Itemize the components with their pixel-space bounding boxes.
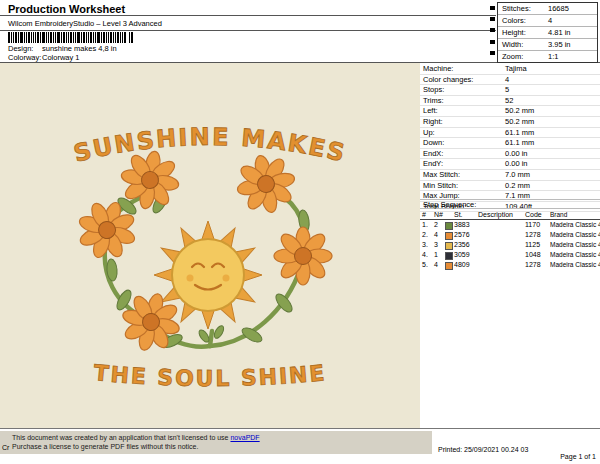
stop-sequence-table: # N# St. Description Code Brand 1. 2 388… [420,210,600,270]
stop-stitches: 3059 [454,250,478,260]
stop-num: 2. [420,230,434,240]
design-bottom-text: THE SOUL SHINE [93,360,328,391]
divider [0,428,600,429]
machine-row: Up:61.1 mm [420,128,600,139]
machine-row-value: 0.00 in [505,149,600,159]
stop-code: 1278 [525,230,550,240]
printed-timestamp: Printed: 25/09/2021 00.24 03 [438,446,528,453]
stat-label: Zoom: [498,51,548,62]
swatch-cell [445,260,454,270]
stop-num: 3. [420,240,434,250]
page-title: Production Worksheet [8,3,125,15]
stat-value: 4 [548,15,552,26]
stats-row: Zoom:1:1 [498,51,597,62]
machine-row-value: 0.00 in [505,159,600,169]
machine-row-label: Right: [420,117,505,127]
stop-code: 1125 [525,240,550,250]
machine-row: EndX:0.00 in [420,149,600,160]
machine-row-label: EndY: [420,159,505,169]
stop-row: 3. 3 2356 1125 Madeira Classic 40 [420,240,600,250]
stop-num: 1. [420,220,434,230]
flower-icon [232,150,301,219]
col-header-code: Code [525,210,550,219]
machine-row-value: 52 [505,96,600,106]
stop-description [478,260,525,270]
stop-sequence-title: Stop Sequence: [420,199,600,209]
swatch-cell [445,220,454,230]
stop-stitches: 4809 [454,260,478,270]
colorway-label: Colorway: [8,53,42,62]
page-number: Page 1 of 1 [560,453,596,460]
row-marker [490,17,495,21]
stop-brand: Madeira Classic 40 [550,240,600,250]
thread-swatch [445,222,453,230]
row-marker [490,51,495,55]
stop-needle: 3 [434,240,445,250]
notice-text: This document was created by an applicat… [12,434,230,441]
stop-brand: Madeira Classic 40 [550,260,600,270]
stop-brand: Madeira Classic 40 [550,220,600,230]
stats-row: Width:3.95 in [498,39,597,51]
stop-brand: Madeira Classic 40 [550,250,600,260]
stop-needle: 4 [434,230,445,240]
stat-label: Stitches: [498,3,548,14]
stat-value: 3.95 in [548,39,571,50]
machine-row-label: Trims: [420,96,505,106]
colorway-value: Colorway 1 [42,53,80,62]
embroidery-preview: SUNSHINE MAKES THE SOUL SHINE [0,63,420,428]
machine-row-value: Tajima [505,64,600,74]
col-header-description: Description [478,210,525,219]
machine-row-value: 61.1 mm [505,138,600,148]
design-top-text: SUNSHINE MAKES [71,123,349,168]
machine-row-value: 7.0 mm [505,170,600,180]
machine-row: Stops:5 [420,85,600,96]
novapdf-link[interactable]: novaPDF [230,434,259,441]
divider [0,30,496,31]
stop-num: 4. [420,250,434,260]
machine-row-value: 0.2 mm [505,181,600,191]
license-notice-bar: This document was created by an applicat… [0,431,432,454]
row-marker [490,28,495,32]
stop-stitches: 2356 [454,240,478,250]
machine-row-label: Up: [420,128,505,138]
design-row: Design:sunshine makes 4,8 in [8,44,117,53]
machine-row: EndY:0.00 in [420,159,600,170]
stop-row: 1. 2 3883 1170 Madeira Classic 40 [420,220,600,230]
stop-brand: Madeira Classic 40 [550,230,600,240]
machine-row: Max Stitch:7.0 mm [420,170,600,181]
design-canvas: SUNSHINE MAKES THE SOUL SHINE [0,63,420,428]
machine-row-label: Left: [420,106,505,116]
machine-row: Machine:Tajima [420,64,600,75]
stop-code: 1170 [525,220,550,230]
machine-row-value: 5 [505,85,600,95]
stop-needle: 2 [434,220,445,230]
stop-needle: 1 [434,250,445,260]
flower-icon [274,227,332,285]
machine-row-value: 50.2 mm [505,117,600,127]
stat-value: 4.81 in [548,27,571,38]
machine-row-label: Stops: [420,85,505,95]
machine-row-label: EndX: [420,149,505,159]
stats-row: Colors:4 [498,15,597,27]
swatch-cell [445,250,454,260]
machine-row-value: 50.2 mm [505,106,600,116]
stop-needle: 4 [434,260,445,270]
colorway-row: Colorway:Colorway 1 [8,53,80,62]
stats-row: Stitches:16685 [498,3,597,15]
software-subtitle: Wilcom EmbroideryStudio – Level 3 Advanc… [8,19,162,28]
stop-code: 1278 [525,260,550,270]
machine-row-label: Color changes: [420,75,505,85]
stop-stitches: 3883 [454,220,478,230]
design-label: Design: [8,44,42,53]
design-value: sunshine makes 4,8 in [42,44,117,53]
stats-panel: Stitches:16685 Colors:4 Height:4.81 in W… [497,2,598,63]
stop-code: 1048 [525,250,550,260]
stop-description [478,250,525,260]
machine-row-label: Min Stitch: [420,181,505,191]
machine-row: Trims:52 [420,96,600,107]
sun-body [172,239,244,311]
machine-row-label: Down: [420,138,505,148]
stat-value: 16685 [548,3,569,14]
col-header-needle: N# [434,210,445,219]
stop-description [478,220,525,230]
